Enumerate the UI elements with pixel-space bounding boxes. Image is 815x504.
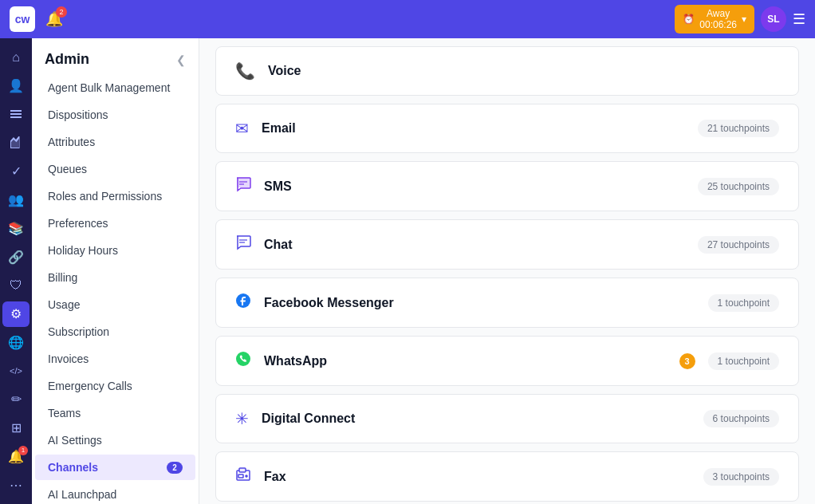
nav-settings[interactable]: ⚙ xyxy=(2,301,30,327)
svg-point-5 xyxy=(236,352,250,366)
sidebar-item-label: Teams xyxy=(48,407,81,419)
status-label: Away 00:06:26 xyxy=(699,8,737,30)
svg-rect-7 xyxy=(239,468,246,472)
avatar[interactable]: SL xyxy=(761,6,786,32)
sidebar-item-subscription[interactable]: Subscription xyxy=(35,319,195,345)
sidebar-item-roles[interactable]: Roles and Permissions xyxy=(35,183,195,209)
touchpoint-badge: 1 touchpoint xyxy=(708,352,779,370)
sidebar-item-invoices[interactable]: Invoices xyxy=(35,346,195,372)
sidebar-item-ai-settings[interactable]: AI Settings xyxy=(35,427,195,453)
nav-list[interactable] xyxy=(2,102,30,128)
nav-notification[interactable]: 🔔 1 xyxy=(2,444,30,470)
sidebar-item-emergency-calls[interactable]: Emergency Calls xyxy=(35,373,195,399)
sidebar-item-label: Subscription xyxy=(48,325,109,338)
nav-books[interactable]: 📚 xyxy=(2,216,30,242)
sidebar-item-label: Holiday Hours xyxy=(48,244,118,257)
touchpoint-badge: 27 touchpoints xyxy=(698,236,779,254)
nav-grid[interactable]: ⊞ xyxy=(2,415,30,441)
sidebar-item-label: Preferences xyxy=(48,217,108,230)
sidebar-item-usage[interactable]: Usage xyxy=(35,292,195,317)
touchpoint-badge: 25 touchpoints xyxy=(698,178,779,195)
touchpoint-badge: 1 touchpoint xyxy=(708,294,779,312)
status-icon: ⏰ xyxy=(683,14,695,25)
sidebar-item-label: Attributes xyxy=(48,136,95,148)
main-layout: ⌂ 👤 ✓ 👥 📚 🔗 🛡 ⚙ 🌐 </> ✏ ⊞ 🔔 1 ⋯ Admin ❮ … xyxy=(0,38,815,504)
notification-bell[interactable]: 🔔 2 xyxy=(41,6,67,32)
touchpoint-badge: 21 touchpoints xyxy=(698,120,779,137)
channel-fax[interactable]: Fax 3 touchpoints xyxy=(215,451,799,502)
channel-name: Facebook Messenger xyxy=(264,296,695,310)
sidebar-item-agent-bulk[interactable]: Agent Bulk Management xyxy=(35,75,195,100)
sidebar-item-label: Roles and Permissions xyxy=(48,190,162,203)
whatsapp-icon xyxy=(235,351,251,371)
channel-name: Voice xyxy=(268,64,779,78)
sidebar-item-label: Emergency Calls xyxy=(48,380,132,392)
fax-icon xyxy=(235,467,251,486)
channel-whatsapp[interactable]: WhatsApp 3 1 touchpoint xyxy=(215,336,799,386)
channel-facebook[interactable]: Facebook Messenger 1 touchpoint xyxy=(215,278,799,328)
facebook-icon xyxy=(235,293,251,313)
nav-contacts[interactable]: 👤 xyxy=(2,73,30,99)
nav-home[interactable]: ⌂ xyxy=(2,45,30,70)
nav-more[interactable]: ⋯ xyxy=(2,472,30,498)
sidebar-item-label: AI Launchpad xyxy=(48,488,116,501)
channel-digital-connect[interactable]: ✳ Digital Connect 6 touchpoints xyxy=(215,394,799,443)
channel-email[interactable]: ✉ Email 21 touchpoints xyxy=(215,104,799,153)
icon-sidebar: ⌂ 👤 ✓ 👥 📚 🔗 🛡 ⚙ 🌐 </> ✏ ⊞ 🔔 1 ⋯ xyxy=(0,38,32,504)
admin-title: Admin xyxy=(45,51,89,68)
touchpoint-badge: 3 touchpoints xyxy=(703,468,779,486)
sidebar-item-billing[interactable]: Billing xyxy=(35,265,195,290)
admin-sidebar-header: Admin ❮ xyxy=(32,38,199,74)
topnav-left: cw 🔔 2 xyxy=(10,6,67,32)
sidebar-item-dispositions[interactable]: Dispositions xyxy=(35,102,195,128)
channel-sms[interactable]: SMS 25 touchpoints xyxy=(215,161,799,211)
email-icon: ✉ xyxy=(235,119,249,138)
svg-point-9 xyxy=(246,475,247,477)
sidebar-item-label: Usage xyxy=(48,298,80,311)
sidebar-item-holiday-hours[interactable]: Holiday Hours xyxy=(35,238,195,263)
sidebar-item-label: Billing xyxy=(48,271,77,284)
nav-teams[interactable]: 👥 xyxy=(2,187,30,213)
chevron-down-icon: ▾ xyxy=(742,14,746,25)
sidebar-item-queues[interactable]: Queues xyxy=(35,156,195,182)
chat-icon xyxy=(235,234,251,254)
nav-tasks[interactable]: ✓ xyxy=(2,159,30,184)
whatsapp-badge: 3 xyxy=(679,353,695,369)
admin-sidebar: Admin ❮ Agent Bulk Management Dispositio… xyxy=(32,38,199,504)
sidebar-item-channels[interactable]: Channels 2 xyxy=(35,455,195,480)
nav-globe[interactable]: 🌐 xyxy=(2,330,30,356)
channel-name: Digital Connect xyxy=(262,411,691,426)
sidebar-item-teams[interactable]: Teams xyxy=(35,400,195,426)
sidebar-item-ai-launchpad[interactable]: AI Launchpad xyxy=(35,482,195,504)
channel-name: Email xyxy=(262,121,685,136)
channel-chat[interactable]: Chat 27 touchpoints xyxy=(215,219,799,270)
sidebar-item-label: AI Settings xyxy=(48,434,102,447)
sidebar-item-label: Queues xyxy=(48,163,87,175)
nav-code[interactable]: </> xyxy=(2,358,30,384)
nav-edit[interactable]: ✏ xyxy=(2,387,30,412)
voice-icon: 📞 xyxy=(235,61,255,81)
sidebar-item-preferences[interactable]: Preferences xyxy=(35,211,195,236)
sidebar-item-label: Invoices xyxy=(48,352,89,365)
menu-icon[interactable]: ☰ xyxy=(793,10,805,28)
channel-name: SMS xyxy=(264,179,685,194)
notification-count: 2 xyxy=(56,6,67,18)
nav-notification-badge: 1 xyxy=(18,446,28,455)
logo[interactable]: cw xyxy=(10,6,35,32)
nav-reports[interactable] xyxy=(2,130,30,156)
nav-shield[interactable]: 🛡 xyxy=(2,273,30,298)
digital-connect-icon: ✳ xyxy=(235,409,249,428)
collapse-button[interactable]: ❮ xyxy=(176,53,186,66)
channels-badge: 2 xyxy=(167,462,183,474)
top-navigation: cw 🔔 2 ⏰ Away 00:06:26 ▾ SL ☰ xyxy=(0,0,815,38)
sidebar-item-label: Dispositions xyxy=(48,108,108,121)
sidebar-item-label: Channels xyxy=(48,461,98,474)
channel-name: Chat xyxy=(264,238,685,252)
channel-voice[interactable]: 📞 Voice xyxy=(215,46,799,96)
channel-name: WhatsApp xyxy=(264,354,667,368)
nav-integrations[interactable]: 🔗 xyxy=(2,244,30,270)
channel-name: Fax xyxy=(264,470,691,484)
status-button[interactable]: ⏰ Away 00:06:26 ▾ xyxy=(675,5,754,33)
sidebar-item-attributes[interactable]: Attributes xyxy=(35,129,195,155)
sms-icon xyxy=(235,176,251,196)
